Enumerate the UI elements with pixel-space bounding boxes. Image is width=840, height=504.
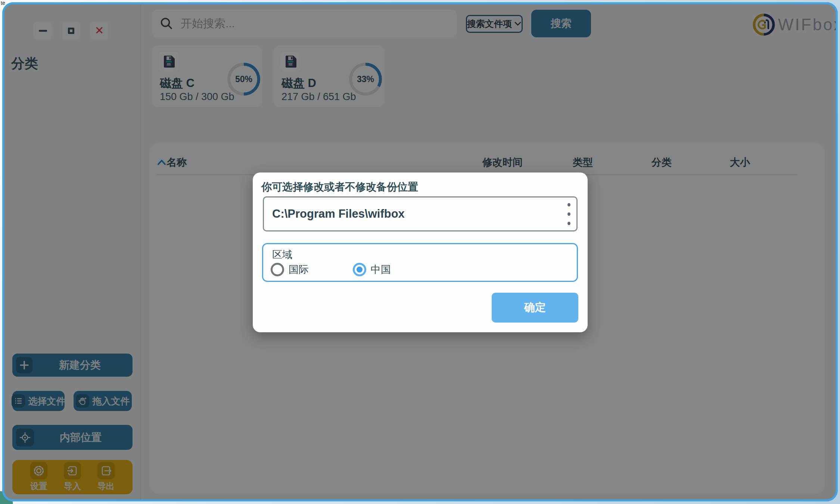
region-fieldset: 区域 国际 中国 (262, 243, 578, 282)
radio-china[interactable]: 中国 (353, 262, 391, 277)
backup-path-field (263, 196, 578, 231)
region-options: 国际 中国 (263, 262, 577, 277)
radio-circle-icon (353, 263, 366, 276)
region-label: 区域 (272, 248, 292, 261)
radio-international[interactable]: 国际 (271, 262, 309, 277)
radio-international-label: 国际 (289, 263, 309, 276)
app-window: ✕ 分类 新建分类 选择文件 (2, 2, 838, 501)
confirm-button[interactable]: 确定 (492, 293, 578, 323)
dialog-title: 你可选择修改或者不修改备份位置 (261, 180, 418, 194)
radio-china-label: 中国 (371, 263, 391, 276)
radio-circle-icon (271, 263, 284, 276)
vertical-ellipsis-icon[interactable] (561, 203, 576, 225)
backup-location-dialog: 你可选择修改或者不修改备份位置 区域 国际 中国 确定 (253, 172, 588, 332)
backup-path-input[interactable] (264, 207, 561, 221)
